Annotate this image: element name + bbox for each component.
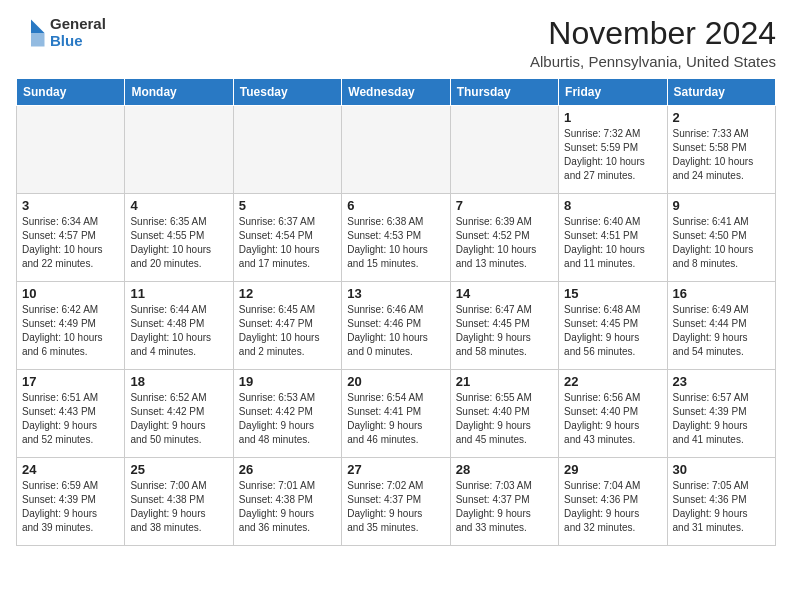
day-detail: Sunrise: 6:59 AMSunset: 4:39 PMDaylight:… — [22, 479, 119, 535]
day-detail: Sunrise: 6:34 AMSunset: 4:57 PMDaylight:… — [22, 215, 119, 271]
day-number: 23 — [673, 374, 770, 389]
day-detail: Sunrise: 6:42 AMSunset: 4:49 PMDaylight:… — [22, 303, 119, 359]
calendar-cell: 10Sunrise: 6:42 AMSunset: 4:49 PMDayligh… — [17, 282, 125, 370]
week-row-1: 3Sunrise: 6:34 AMSunset: 4:57 PMDaylight… — [17, 194, 776, 282]
calendar-cell: 5Sunrise: 6:37 AMSunset: 4:54 PMDaylight… — [233, 194, 341, 282]
day-detail: Sunrise: 7:03 AMSunset: 4:37 PMDaylight:… — [456, 479, 553, 535]
calendar-cell: 4Sunrise: 6:35 AMSunset: 4:55 PMDaylight… — [125, 194, 233, 282]
calendar-cell: 16Sunrise: 6:49 AMSunset: 4:44 PMDayligh… — [667, 282, 775, 370]
header-row: SundayMondayTuesdayWednesdayThursdayFrid… — [17, 79, 776, 106]
calendar-cell: 29Sunrise: 7:04 AMSunset: 4:36 PMDayligh… — [559, 458, 667, 546]
header-day-wednesday: Wednesday — [342, 79, 450, 106]
day-detail: Sunrise: 6:35 AMSunset: 4:55 PMDaylight:… — [130, 215, 227, 271]
day-detail: Sunrise: 6:39 AMSunset: 4:52 PMDaylight:… — [456, 215, 553, 271]
day-detail: Sunrise: 7:04 AMSunset: 4:36 PMDaylight:… — [564, 479, 661, 535]
day-detail: Sunrise: 6:44 AMSunset: 4:48 PMDaylight:… — [130, 303, 227, 359]
day-number: 5 — [239, 198, 336, 213]
header-day-friday: Friday — [559, 79, 667, 106]
day-number: 8 — [564, 198, 661, 213]
calendar-cell: 2Sunrise: 7:33 AMSunset: 5:58 PMDaylight… — [667, 106, 775, 194]
day-number: 27 — [347, 462, 444, 477]
week-row-2: 10Sunrise: 6:42 AMSunset: 4:49 PMDayligh… — [17, 282, 776, 370]
day-detail: Sunrise: 6:45 AMSunset: 4:47 PMDaylight:… — [239, 303, 336, 359]
day-detail: Sunrise: 6:52 AMSunset: 4:42 PMDaylight:… — [130, 391, 227, 447]
day-detail: Sunrise: 7:33 AMSunset: 5:58 PMDaylight:… — [673, 127, 770, 183]
day-detail: Sunrise: 6:41 AMSunset: 4:50 PMDaylight:… — [673, 215, 770, 271]
day-number: 29 — [564, 462, 661, 477]
calendar-cell: 25Sunrise: 7:00 AMSunset: 4:38 PMDayligh… — [125, 458, 233, 546]
day-detail: Sunrise: 6:47 AMSunset: 4:45 PMDaylight:… — [456, 303, 553, 359]
day-number: 24 — [22, 462, 119, 477]
calendar-cell: 8Sunrise: 6:40 AMSunset: 4:51 PMDaylight… — [559, 194, 667, 282]
logo: General Blue — [16, 16, 106, 49]
calendar-cell: 23Sunrise: 6:57 AMSunset: 4:39 PMDayligh… — [667, 370, 775, 458]
calendar-cell: 28Sunrise: 7:03 AMSunset: 4:37 PMDayligh… — [450, 458, 558, 546]
calendar-cell: 17Sunrise: 6:51 AMSunset: 4:43 PMDayligh… — [17, 370, 125, 458]
day-detail: Sunrise: 7:32 AMSunset: 5:59 PMDaylight:… — [564, 127, 661, 183]
day-number: 22 — [564, 374, 661, 389]
day-number: 30 — [673, 462, 770, 477]
calendar-cell: 7Sunrise: 6:39 AMSunset: 4:52 PMDaylight… — [450, 194, 558, 282]
logo-text: General Blue — [50, 16, 106, 49]
header-day-saturday: Saturday — [667, 79, 775, 106]
calendar-cell: 21Sunrise: 6:55 AMSunset: 4:40 PMDayligh… — [450, 370, 558, 458]
day-detail: Sunrise: 6:56 AMSunset: 4:40 PMDaylight:… — [564, 391, 661, 447]
day-number: 20 — [347, 374, 444, 389]
calendar-cell: 12Sunrise: 6:45 AMSunset: 4:47 PMDayligh… — [233, 282, 341, 370]
location-subtitle: Alburtis, Pennsylvania, United States — [530, 53, 776, 70]
day-detail: Sunrise: 6:53 AMSunset: 4:42 PMDaylight:… — [239, 391, 336, 447]
day-number: 26 — [239, 462, 336, 477]
day-detail: Sunrise: 6:48 AMSunset: 4:45 PMDaylight:… — [564, 303, 661, 359]
calendar-cell: 15Sunrise: 6:48 AMSunset: 4:45 PMDayligh… — [559, 282, 667, 370]
logo-general-text: General — [50, 16, 106, 33]
calendar-table: SundayMondayTuesdayWednesdayThursdayFrid… — [16, 78, 776, 546]
calendar-cell — [450, 106, 558, 194]
day-number: 18 — [130, 374, 227, 389]
day-detail: Sunrise: 6:51 AMSunset: 4:43 PMDaylight:… — [22, 391, 119, 447]
header-day-thursday: Thursday — [450, 79, 558, 106]
logo-blue-text: Blue — [50, 33, 106, 50]
day-number: 15 — [564, 286, 661, 301]
calendar-cell: 24Sunrise: 6:59 AMSunset: 4:39 PMDayligh… — [17, 458, 125, 546]
week-row-3: 17Sunrise: 6:51 AMSunset: 4:43 PMDayligh… — [17, 370, 776, 458]
calendar-cell: 26Sunrise: 7:01 AMSunset: 4:38 PMDayligh… — [233, 458, 341, 546]
header-day-tuesday: Tuesday — [233, 79, 341, 106]
day-number: 2 — [673, 110, 770, 125]
calendar-body: 1Sunrise: 7:32 AMSunset: 5:59 PMDaylight… — [17, 106, 776, 546]
calendar-cell — [125, 106, 233, 194]
day-number: 9 — [673, 198, 770, 213]
day-detail: Sunrise: 6:49 AMSunset: 4:44 PMDaylight:… — [673, 303, 770, 359]
calendar-cell: 13Sunrise: 6:46 AMSunset: 4:46 PMDayligh… — [342, 282, 450, 370]
week-row-0: 1Sunrise: 7:32 AMSunset: 5:59 PMDaylight… — [17, 106, 776, 194]
day-number: 6 — [347, 198, 444, 213]
calendar-cell: 27Sunrise: 7:02 AMSunset: 4:37 PMDayligh… — [342, 458, 450, 546]
calendar-cell — [17, 106, 125, 194]
logo-icon — [16, 18, 46, 48]
calendar-cell: 22Sunrise: 6:56 AMSunset: 4:40 PMDayligh… — [559, 370, 667, 458]
day-detail: Sunrise: 7:05 AMSunset: 4:36 PMDaylight:… — [673, 479, 770, 535]
calendar-cell: 1Sunrise: 7:32 AMSunset: 5:59 PMDaylight… — [559, 106, 667, 194]
month-title: November 2024 — [530, 16, 776, 51]
header-day-sunday: Sunday — [17, 79, 125, 106]
day-number: 21 — [456, 374, 553, 389]
day-detail: Sunrise: 6:54 AMSunset: 4:41 PMDaylight:… — [347, 391, 444, 447]
header-day-monday: Monday — [125, 79, 233, 106]
day-detail: Sunrise: 6:37 AMSunset: 4:54 PMDaylight:… — [239, 215, 336, 271]
calendar-cell — [342, 106, 450, 194]
svg-marker-0 — [31, 19, 45, 33]
day-number: 4 — [130, 198, 227, 213]
day-number: 3 — [22, 198, 119, 213]
day-number: 13 — [347, 286, 444, 301]
day-number: 19 — [239, 374, 336, 389]
day-number: 25 — [130, 462, 227, 477]
calendar-cell: 14Sunrise: 6:47 AMSunset: 4:45 PMDayligh… — [450, 282, 558, 370]
calendar-header: SundayMondayTuesdayWednesdayThursdayFrid… — [17, 79, 776, 106]
calendar-cell — [233, 106, 341, 194]
day-detail: Sunrise: 7:00 AMSunset: 4:38 PMDaylight:… — [130, 479, 227, 535]
svg-marker-1 — [31, 33, 45, 47]
day-number: 28 — [456, 462, 553, 477]
day-number: 7 — [456, 198, 553, 213]
day-number: 12 — [239, 286, 336, 301]
day-number: 14 — [456, 286, 553, 301]
day-detail: Sunrise: 6:46 AMSunset: 4:46 PMDaylight:… — [347, 303, 444, 359]
